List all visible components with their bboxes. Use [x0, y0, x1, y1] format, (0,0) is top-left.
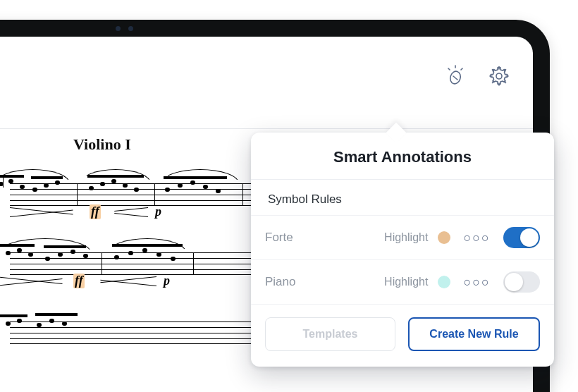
staff-lines-icon: [10, 252, 271, 275]
staff-row: ff p: [10, 240, 271, 290]
popover-title: Smart Annotations: [251, 133, 554, 180]
rule-action-label: Highlight: [384, 231, 428, 244]
create-new-rule-button[interactable]: Create New Rule: [408, 317, 540, 351]
settings-gear-icon[interactable]: [486, 63, 512, 89]
more-options-icon[interactable]: ○○○: [460, 231, 493, 245]
color-swatch[interactable]: [438, 276, 450, 288]
staff-lines-icon: [10, 321, 271, 344]
barline-icon: [242, 183, 243, 206]
rule-row-forte: Forte Highlight ○○○: [251, 216, 554, 260]
rule-name: Piano: [265, 275, 374, 289]
smart-annotations-icon[interactable]: [443, 63, 468, 89]
color-swatch[interactable]: [438, 231, 450, 244]
dynamic-fortissimo: ff: [73, 274, 85, 288]
instrument-label: Violino I: [73, 135, 271, 154]
templates-button[interactable]: Templates: [265, 317, 395, 351]
header-divider: [0, 128, 533, 129]
rule-action-label: Highlight: [384, 276, 428, 288]
svg-line-3: [461, 68, 462, 70]
section-header: Symbol Rules: [251, 180, 554, 216]
camera-indicator-icon: [128, 26, 133, 31]
barline-icon: [154, 183, 155, 206]
barline-icon: [77, 183, 78, 206]
rule-name: Forte: [265, 231, 374, 245]
dynamic-fortissimo: ff: [90, 204, 101, 219]
smart-annotations-popover: Smart Annotations Symbol Rules Forte Hig…: [251, 133, 554, 367]
dynamic-piano: p: [164, 274, 170, 288]
svg-line-2: [448, 68, 450, 70]
decrescendo-icon: [100, 276, 156, 286]
decrescendo-icon: [114, 207, 148, 217]
toolbar: [443, 63, 512, 89]
music-score: Violino I: [0, 135, 271, 378]
staff-lines-icon: [10, 183, 271, 206]
rule-toggle[interactable]: [503, 227, 540, 248]
popover-footer: Templates Create New Rule: [251, 305, 554, 367]
staff-row: [10, 309, 271, 360]
barline-icon: [102, 252, 102, 275]
staff-row: f ff p: [10, 171, 271, 221]
barline-icon: [193, 252, 194, 275]
crescendo-icon: [10, 207, 73, 217]
svg-line-4: [453, 76, 457, 80]
svg-point-5: [496, 73, 502, 79]
rule-toggle[interactable]: [503, 271, 540, 293]
rule-row-piano: Piano Highlight ○○○: [251, 260, 554, 305]
more-options-icon[interactable]: ○○○: [460, 275, 493, 290]
crescendo-icon: [0, 276, 63, 286]
camera-indicator-icon: [116, 26, 121, 31]
dynamic-piano: p: [155, 204, 161, 219]
